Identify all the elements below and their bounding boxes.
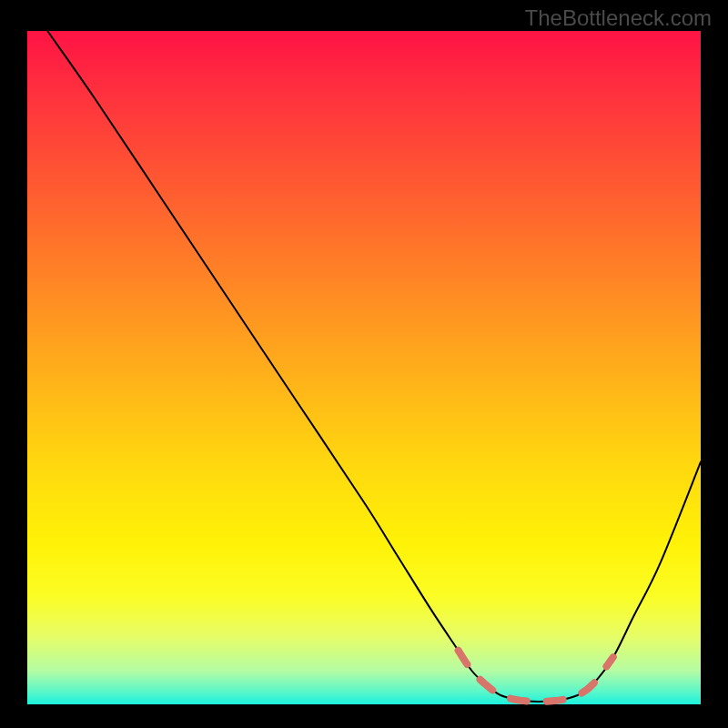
plot-area <box>27 31 701 704</box>
red-dotted-trough-path <box>459 651 613 702</box>
watermark-text: TheBottleneck.com <box>525 5 712 31</box>
chart-container: TheBottleneck.com <box>0 0 728 728</box>
curve-svg <box>27 31 701 704</box>
black-curve-path <box>47 31 701 702</box>
